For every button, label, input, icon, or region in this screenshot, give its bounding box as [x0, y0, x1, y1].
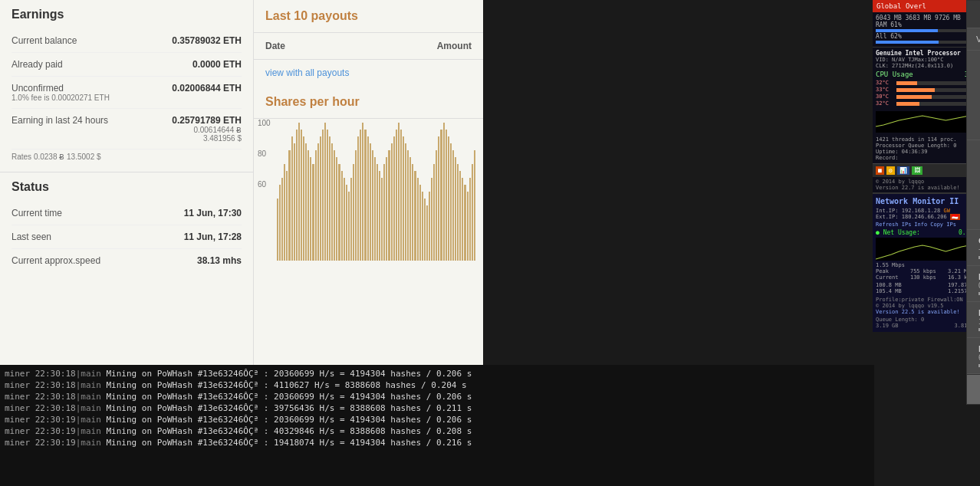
chart-bar [462, 178, 463, 261]
fan-speed-slider-section: Fan Speed 60% On 0% [967, 338, 980, 374]
net-footer: Profile:private Firewall:ON © 2014 by lq… [876, 297, 977, 329]
net-stats-row: Peak Current 755 kbps 130 kbps 3.21 Mbps… [876, 268, 977, 281]
chart-bar [370, 143, 371, 261]
paid-label: Already paid [12, 59, 63, 70]
dials-row-2: 67°C Temperature 60% [967, 140, 980, 230]
chart-bar [291, 136, 293, 261]
hw-ram-bar-fill [876, 29, 938, 32]
hw-icon-blue[interactable]: 📊 [897, 166, 909, 175]
chart-bar [377, 164, 378, 261]
net-queue: Queue Length: 0 [876, 317, 924, 323]
speed-label: Current approx.speed [12, 255, 100, 266]
dials-row-2-container: 67°C Temperature 60% [967, 140, 980, 230]
current-time-label: Current time [12, 208, 62, 218]
net-copyright: © 2014 by lqqqo v19.5 [876, 303, 977, 309]
unconfirmed-value: 0.02006844 ETH [172, 83, 242, 102]
net-int-ip-text: Int.IP: 192.168.1.28 [876, 208, 940, 214]
net-current-label: Current [876, 274, 899, 281]
gpu-subtitle: (AMD Radeon (TM) R9 390 Series) [976, 15, 980, 23]
chart-bar [294, 143, 295, 261]
chart-bar [400, 130, 402, 261]
chart-bar [383, 164, 385, 261]
terminal-line: miner 22:30:18|main Mining on PoWHash #1… [5, 379, 870, 391]
hw-icon-red[interactable]: ■ [876, 166, 884, 175]
hw-version: Version 22.7 is available! [876, 185, 977, 191]
chart-bar [474, 150, 475, 261]
net-speed-display: 1.55 Mbps [876, 262, 977, 268]
chart-bar [381, 178, 383, 261]
last-seen-value: 11 Jun, 17:28 [184, 232, 242, 242]
payout-header: Date Amount [254, 33, 483, 60]
chart-bar [409, 157, 411, 261]
view-all-link[interactable]: view with all payouts [254, 60, 483, 86]
hw-cpu-name: Genuine Intel Processor [876, 50, 977, 57]
payout-amount-header: Amount [437, 41, 472, 51]
chart-bar [364, 130, 366, 261]
chart-bar [457, 164, 459, 261]
hw-icon-yellow[interactable]: ⚙ [886, 166, 895, 175]
hw-cpu-usage-label: CPU Usage [876, 71, 913, 78]
chart-bar [305, 143, 307, 261]
chart-bar [429, 192, 430, 261]
net-profile: Profile:private Firewall:ON [876, 297, 977, 303]
gpu-description: View and configure fan and clock speeds … [967, 28, 980, 51]
hw-record: Record: [876, 155, 977, 161]
chart-bar [288, 150, 290, 261]
chart-bar [396, 130, 397, 261]
nav-home-button[interactable]: 🏠 [967, 375, 980, 404]
last-seen-label: Last seen [12, 232, 51, 242]
chart-bar [350, 178, 352, 261]
chart-bar [440, 130, 442, 261]
chart-bar [353, 164, 354, 261]
chart-bar [405, 143, 406, 261]
net-refresh-link[interactable]: Refresh IPs [876, 222, 911, 228]
net-current-down: 130 kbps [910, 274, 936, 281]
hw-cpu-section: Genuine Intel Processor VID: N/AV TJMax:… [873, 47, 980, 110]
hw-threads: 1421 threads in 114 proc. [876, 136, 977, 143]
chart-bar [379, 171, 380, 261]
terminal-panel: miner 22:30:18|main Mining on PoWHash #1… [0, 365, 874, 486]
chart-bar [367, 136, 369, 261]
chart-bar [436, 150, 437, 261]
hw-core-0-bar-fill [896, 81, 917, 85]
power-limit-slider-section: Power Limit 0% -50% +50% [967, 266, 980, 302]
net-peak-label: Peak [876, 268, 899, 274]
chart-bar [386, 157, 387, 261]
chart-bar [320, 136, 321, 261]
hw-core-2-temp: 30°C [876, 94, 895, 100]
24h-value-usd: 3.481956 $ [172, 134, 242, 143]
hw-all-bar-bg [876, 41, 977, 44]
hw-core-1-temp: 33°C [876, 87, 895, 93]
hw-core-bars: 32°C 33°C 30°C [876, 80, 977, 107]
net-down-totals-row: 105.4 MB 1.2157 GB [876, 288, 977, 294]
terminal-lines: miner 22:30:18|main Mining on PoWHash #1… [5, 368, 870, 448]
chart-bar [338, 164, 340, 261]
hw-icon-green[interactable]: 🖼 [912, 166, 922, 175]
net-gb1: 3.19 GB [876, 323, 899, 329]
chart-bar [455, 157, 456, 261]
net-usage-row: ● Net Usage: 0.25% [876, 229, 977, 236]
unconfirmed-label: Unconfirmed [12, 83, 110, 94]
payout-date-header: Date [265, 41, 285, 51]
chart-bar [317, 143, 319, 261]
status-title: Status [12, 180, 242, 194]
chart-bars [273, 123, 479, 261]
net-title: Network Monitor II [876, 197, 977, 205]
net-copy-link[interactable]: Copy IPs [930, 222, 956, 228]
chart-bar [472, 164, 473, 261]
chart-bar [298, 123, 300, 261]
net-info-link[interactable]: Info [914, 222, 927, 228]
current-time-value: 11 Jun, 17:30 [184, 208, 242, 218]
hw-mem-row: 6043 MB 3683 MB 9726 MB [876, 15, 977, 21]
chart-bar [312, 164, 314, 261]
hw-core-0-temp: 32°C [876, 80, 895, 86]
net-totals-row: 100.8 MB 197.87 MB [876, 282, 977, 288]
chart-bar [419, 185, 421, 261]
hw-all-label: All 62% [876, 33, 902, 40]
gpu-clock-slider-section: GPU Clock +4.8% -42.8% [967, 230, 980, 266]
speed-value: 38.13 mhs [197, 255, 242, 266]
hw-core-1-bar-fill [896, 88, 935, 92]
paid-value: 0.0000 ETH [192, 59, 242, 70]
hw-queue: Processor Queue Length: 0 [876, 143, 977, 149]
gpu-overlay-panel: Global Graphics (AMD Radeon (TM) R9 390 … [966, 0, 980, 405]
